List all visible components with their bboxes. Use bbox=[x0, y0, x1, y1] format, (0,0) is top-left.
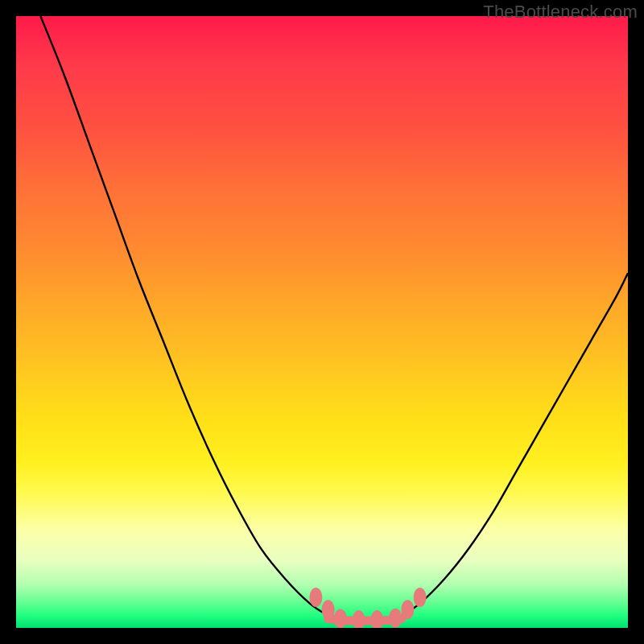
marker-bottom-1 bbox=[334, 609, 347, 628]
marker-left-upper bbox=[309, 588, 322, 607]
right-curve bbox=[402, 273, 628, 616]
marker-left-lower bbox=[322, 600, 335, 619]
marker-right-lower bbox=[401, 600, 414, 619]
marker-right-upper bbox=[414, 588, 427, 607]
chart-svg bbox=[16, 16, 628, 628]
watermark-text: TheBottleneck.com bbox=[483, 2, 638, 23]
marker-bottom-2 bbox=[353, 610, 365, 628]
marker-bottom-4 bbox=[389, 609, 402, 628]
left-curve bbox=[40, 16, 328, 616]
marker-bottom-3 bbox=[370, 610, 383, 628]
